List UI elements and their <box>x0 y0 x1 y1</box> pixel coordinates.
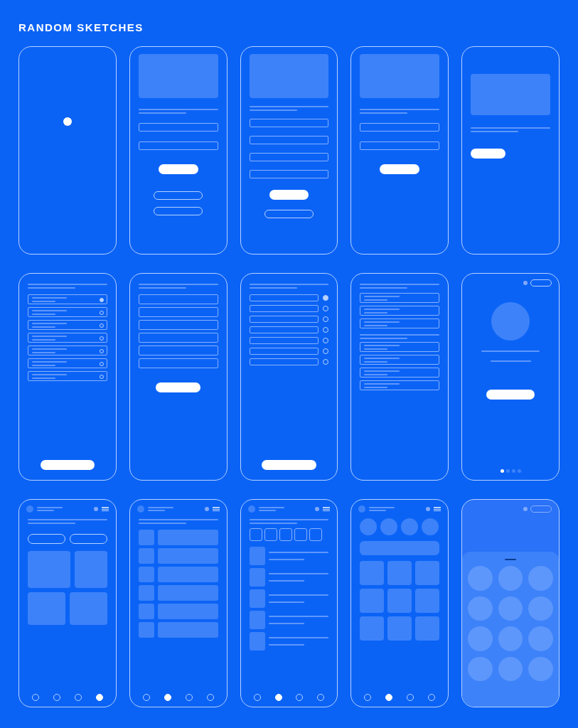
story-avatar[interactable] <box>401 518 418 535</box>
content-card[interactable] <box>70 592 107 625</box>
banner-card[interactable] <box>360 541 439 555</box>
secondary-button[interactable] <box>154 191 203 200</box>
sheet-item[interactable] <box>498 626 523 651</box>
settings-pill[interactable] <box>530 279 552 287</box>
sheet-item[interactable] <box>468 626 493 651</box>
primary-button[interactable] <box>269 190 309 200</box>
list-item[interactable] <box>158 548 218 564</box>
primary-button[interactable] <box>156 382 200 392</box>
tab-icon[interactable] <box>186 694 193 701</box>
menu-icon[interactable] <box>102 506 109 512</box>
input-field[interactable] <box>139 123 218 132</box>
content-card[interactable] <box>28 551 70 588</box>
story-avatar[interactable] <box>360 518 377 535</box>
radio-row[interactable] <box>250 305 329 312</box>
avatar-icon[interactable] <box>248 505 255 513</box>
primary-button[interactable] <box>159 164 198 174</box>
tab-icon[interactable] <box>254 694 261 701</box>
avatar-icon[interactable] <box>26 505 33 513</box>
list-item[interactable] <box>158 622 218 638</box>
notification-dot-icon[interactable] <box>205 507 209 511</box>
category-chip[interactable] <box>294 528 307 541</box>
category-chip[interactable] <box>309 528 322 541</box>
list-row[interactable] <box>360 318 439 328</box>
tab-icon[interactable] <box>207 694 214 701</box>
input-field[interactable] <box>139 294 218 304</box>
list-row[interactable] <box>360 380 439 390</box>
primary-button[interactable] <box>41 460 95 470</box>
grid-card[interactable] <box>360 616 384 641</box>
content-card[interactable] <box>28 592 65 625</box>
grid-card[interactable] <box>415 616 439 641</box>
notification-dot-icon[interactable] <box>94 507 98 511</box>
radio-row[interactable] <box>250 294 329 301</box>
input-field[interactable] <box>250 136 329 144</box>
tab-icon[interactable] <box>75 694 82 701</box>
menu-icon[interactable] <box>323 506 330 512</box>
grid-card[interactable] <box>415 561 439 585</box>
list-row[interactable] <box>28 307 107 317</box>
tab-icon-active[interactable] <box>275 694 282 701</box>
list-item[interactable] <box>158 530 218 545</box>
sheet-item[interactable] <box>528 566 553 591</box>
list-row[interactable] <box>360 355 439 365</box>
sheet-item[interactable] <box>498 657 523 682</box>
radio-row[interactable] <box>250 326 329 333</box>
sheet-item[interactable] <box>528 657 553 682</box>
list-item[interactable] <box>158 567 218 582</box>
grid-card[interactable] <box>360 589 384 613</box>
input-field[interactable] <box>139 358 218 368</box>
radio-row[interactable] <box>250 358 329 365</box>
tab-icon-active[interactable] <box>385 694 392 701</box>
radio-row[interactable] <box>250 337 329 344</box>
content-card[interactable] <box>75 551 107 588</box>
grid-card[interactable] <box>415 589 439 613</box>
tab-icon[interactable] <box>143 694 150 701</box>
sheet-item[interactable] <box>498 566 523 591</box>
menu-icon[interactable] <box>213 506 220 512</box>
secondary-button[interactable] <box>264 210 314 218</box>
tab-icon[interactable] <box>428 694 435 701</box>
primary-button[interactable] <box>380 164 419 174</box>
list-row[interactable] <box>360 342 439 352</box>
input-field[interactable] <box>139 141 218 150</box>
list-row[interactable] <box>28 358 107 368</box>
grid-card[interactable] <box>387 561 412 585</box>
sheet-item[interactable] <box>528 626 553 651</box>
sheet-item[interactable] <box>468 657 493 682</box>
sheet-item[interactable] <box>498 596 523 621</box>
avatar-icon[interactable] <box>358 505 365 513</box>
grid-card[interactable] <box>387 616 412 641</box>
filter-chip[interactable] <box>70 534 107 544</box>
primary-button[interactable] <box>262 460 316 470</box>
input-field[interactable] <box>360 123 439 132</box>
secondary-button[interactable] <box>154 207 203 215</box>
notification-dot-icon[interactable] <box>315 507 319 511</box>
list-row[interactable] <box>28 371 107 381</box>
list-item[interactable] <box>158 604 218 619</box>
input-field[interactable] <box>250 119 329 127</box>
grid-card[interactable] <box>360 561 384 585</box>
tab-icon[interactable] <box>53 694 60 701</box>
category-chip[interactable] <box>279 528 292 541</box>
list-row[interactable] <box>360 306 439 316</box>
radio-row[interactable] <box>250 348 329 355</box>
list-item[interactable] <box>158 585 218 601</box>
settings-pill[interactable] <box>530 505 552 513</box>
tab-icon[interactable] <box>317 694 324 701</box>
primary-button[interactable] <box>486 390 535 400</box>
notification-dot-icon[interactable] <box>523 507 528 511</box>
sheet-item[interactable] <box>468 596 493 621</box>
category-chip[interactable] <box>264 528 277 541</box>
tab-icon[interactable] <box>407 694 414 701</box>
input-field[interactable] <box>139 346 218 355</box>
input-field[interactable] <box>139 333 218 343</box>
tab-icon[interactable] <box>296 694 303 701</box>
list-row[interactable] <box>28 294 107 304</box>
tab-icon[interactable] <box>32 694 39 701</box>
list-row[interactable] <box>28 346 107 355</box>
category-chip[interactable] <box>250 528 262 541</box>
list-row[interactable] <box>360 368 439 378</box>
radio-row[interactable] <box>250 316 329 323</box>
input-field[interactable] <box>250 153 329 161</box>
